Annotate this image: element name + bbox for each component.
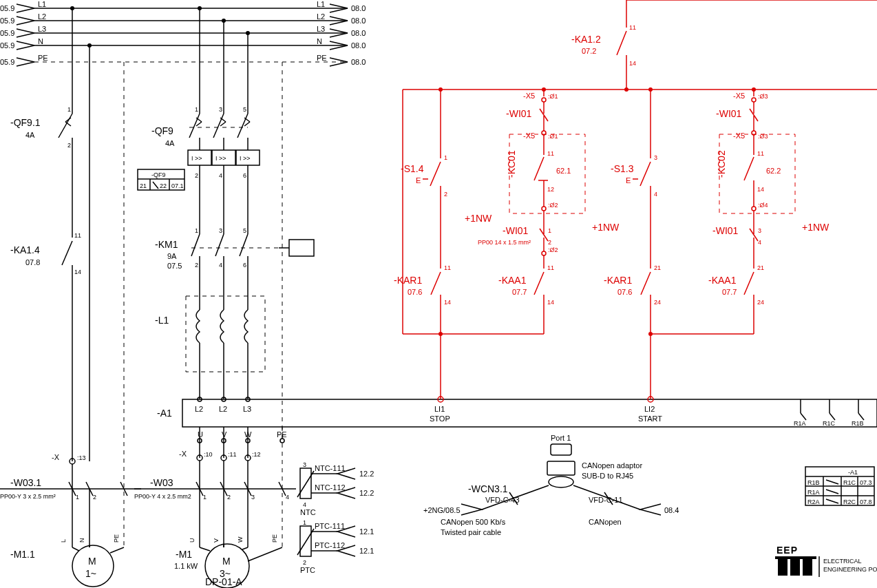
svg-text:-X: -X xyxy=(52,453,60,461)
bus-ref-left-4: 05.9 xyxy=(0,58,14,66)
svg-point-291 xyxy=(752,98,756,102)
branch-b: 3 4 -S1.3 E 21 24 -KAR1 07.6 xyxy=(604,154,661,399)
svg-text:11: 11 xyxy=(547,264,554,271)
svg-text:1: 1 xyxy=(444,154,447,161)
m11: L N PE M 1~ -M1.1 xyxy=(10,534,124,587)
svg-text:E: E xyxy=(626,176,631,185)
comm: Port 1 CANopen adaptor SUB-D to RJ45 -WC… xyxy=(423,434,679,536)
svg-text:W: W xyxy=(237,536,244,543)
svg-text::10: :10 xyxy=(204,451,213,458)
svg-line-304 xyxy=(744,157,754,180)
svg-text:24: 24 xyxy=(654,299,661,306)
qf91: 1 2 -QF9.1 4A xyxy=(10,106,72,238)
control-circuit: 11 14 -KA1.2 07.2 1 2 -S1.4 E 11 14 -KAR… xyxy=(394,0,877,399)
svg-text:4A: 4A xyxy=(165,139,175,147)
svg-text:-M1.1: -M1.1 xyxy=(10,549,35,560)
svg-text:21: 21 xyxy=(654,264,661,271)
svg-text:1: 1 xyxy=(67,106,71,113)
svg-rect-301 xyxy=(719,134,795,213)
svg-text:6: 6 xyxy=(243,172,246,179)
svg-text:11: 11 xyxy=(74,232,81,239)
svg-text:4: 4 xyxy=(303,501,306,508)
ntc-block: 3 4 NTC-111 NTC-112 12.2 12.2 NTC xyxy=(297,461,374,516)
svg-text:1: 1 xyxy=(195,106,198,113)
svg-text:22: 22 xyxy=(160,182,167,189)
svg-point-224 xyxy=(648,87,653,92)
svg-text:3: 3 xyxy=(219,106,222,113)
svg-text:PP00-Y 3 x 2.5 mm²: PP00-Y 3 x 2.5 mm² xyxy=(0,493,56,500)
svg-text:2: 2 xyxy=(93,494,96,501)
svg-line-98 xyxy=(240,234,248,256)
svg-text:1~: 1~ xyxy=(85,568,96,579)
bus-ref-r3: 08.0 xyxy=(351,41,366,50)
svg-text:L3: L3 xyxy=(243,405,251,413)
svg-line-362 xyxy=(826,499,838,503)
svg-text:E: E xyxy=(416,176,421,185)
svg-text:ENGINEERING PORTAL: ENGINEERING PORTAL xyxy=(823,566,877,573)
branch-a-inner: -X5 :Ø1 -WI01 -X5 :Ø1 11 12 -KC01 62.1 :… xyxy=(465,92,620,334)
svg-text:+1NW: +1NW xyxy=(802,222,830,233)
svg-text:3: 3 xyxy=(251,494,255,501)
svg-text:21: 21 xyxy=(140,182,147,189)
svg-text:6: 6 xyxy=(243,262,246,269)
qf9-table: -QF9 21 22 07.1 xyxy=(138,169,184,190)
a1-drive: -A1 L2 L2 L3 U V W PE LI1 STOP LI2 START… xyxy=(157,397,877,547)
svg-line-319 xyxy=(744,272,754,295)
bus-ref-r1: 08.0 xyxy=(351,17,366,25)
svg-text:07.8: 07.8 xyxy=(860,498,872,505)
bus-name-r1: L2 xyxy=(317,12,325,21)
bus-lines: 05.9 05.9 05.9 05.9 05.9 L1 L2 L3 N PE L… xyxy=(0,0,366,66)
svg-text:1: 1 xyxy=(203,494,207,501)
svg-line-64 xyxy=(220,122,226,126)
svg-text:R1B: R1B xyxy=(852,420,864,427)
schematic: 05.9 05.9 05.9 05.9 05.9 L1 L2 L3 N PE L… xyxy=(0,0,877,588)
svg-text:L2: L2 xyxy=(219,405,227,413)
svg-text:-KAA1: -KAA1 xyxy=(498,275,527,286)
li2-label: LI2 xyxy=(644,405,655,413)
svg-line-361 xyxy=(826,490,838,494)
svg-text:14: 14 xyxy=(547,299,554,306)
svg-text:PP00 14 x 1.5 mm²: PP00 14 x 1.5 mm² xyxy=(478,239,531,246)
svg-text:12.2: 12.2 xyxy=(359,470,374,478)
svg-text:-KAA1: -KAA1 xyxy=(708,275,737,286)
svg-point-225 xyxy=(752,87,756,92)
dp-label: DP-01-A xyxy=(205,576,242,587)
svg-text:07.5: 07.5 xyxy=(167,262,182,270)
svg-rect-329 xyxy=(547,461,575,475)
svg-text:-KA1.4: -KA1.4 xyxy=(10,244,40,255)
svg-text:-X5: -X5 xyxy=(733,132,745,140)
svg-text:Twisted pair cable: Twisted pair cable xyxy=(441,528,501,536)
bus-ref-r2: 08.0 xyxy=(351,29,366,37)
svg-text:1: 1 xyxy=(195,227,198,234)
svg-rect-249 xyxy=(509,134,585,213)
svg-point-258 xyxy=(542,207,546,211)
svg-text:R2A: R2A xyxy=(807,498,820,505)
svg-text:-X5: -X5 xyxy=(523,92,535,100)
svg-text:L2: L2 xyxy=(195,405,203,413)
svg-text:R1A: R1A xyxy=(807,489,820,496)
svg-text:PE: PE xyxy=(271,534,278,543)
svg-line-96 xyxy=(191,234,200,256)
svg-text:-L1: -L1 xyxy=(155,315,169,326)
bus-name-l3: N xyxy=(38,37,43,45)
svg-text:-QF9.1: -QF9.1 xyxy=(10,117,41,128)
svg-text:V: V xyxy=(213,538,220,543)
svg-text:STOP: STOP xyxy=(430,414,450,423)
svg-text:-S1.3: -S1.3 xyxy=(611,163,634,174)
svg-text:I >>: I >> xyxy=(240,155,251,162)
bus-name-l2: L3 xyxy=(38,25,46,33)
svg-line-62 xyxy=(196,122,202,126)
svg-text:4: 4 xyxy=(654,191,657,198)
term-x-out: -X :10 :11 :12 xyxy=(179,450,261,489)
svg-text:R1B: R1B xyxy=(807,479,820,486)
svg-text:07.7: 07.7 xyxy=(722,288,737,296)
svg-text:-QF9: -QF9 xyxy=(151,171,166,178)
svg-text:2: 2 xyxy=(227,494,231,501)
svg-line-60 xyxy=(237,114,248,138)
svg-rect-364 xyxy=(790,559,800,576)
svg-text:14: 14 xyxy=(629,60,636,67)
svg-text:-S1.4: -S1.4 xyxy=(401,163,424,174)
svg-text:62.2: 62.2 xyxy=(766,167,781,175)
svg-text::11: :11 xyxy=(228,451,237,458)
svg-text:VFD-C-43: VFD-C-43 xyxy=(485,496,520,504)
